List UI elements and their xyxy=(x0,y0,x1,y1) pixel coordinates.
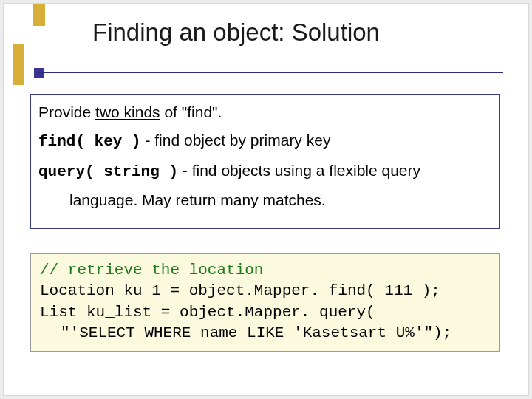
intro-text-c: of "find". xyxy=(160,103,222,120)
intro-underline: two kinds xyxy=(95,103,160,120)
code-line-2: Location ku 1 = object.Mapper. find( 111… xyxy=(40,282,440,299)
code-l3c: query( xyxy=(310,304,375,321)
query-line-2: language. May return many matches. xyxy=(38,190,492,211)
code-l2c: Mapper. xyxy=(254,282,319,299)
code-l3a: List ku_list = object. xyxy=(40,304,245,321)
code-l2b: 1 = object. xyxy=(143,282,254,299)
find-description: - find object by primary key xyxy=(141,132,331,149)
description-box: Provide two kinds of "find". find( key )… xyxy=(30,94,500,229)
query-signature: query( string ) xyxy=(38,163,178,180)
decoration-bar-top xyxy=(33,4,45,26)
code-l2a: Location ku xyxy=(40,282,143,299)
intro-line: Provide two kinds of "find". xyxy=(38,102,492,123)
code-block: // retrieve the location Location ku 1 =… xyxy=(30,253,500,352)
code-l3b: Mapper. xyxy=(245,304,310,321)
code-l2d: find( 111 ); xyxy=(319,282,440,299)
find-line: find( key ) - find object by primary key xyxy=(38,130,492,152)
query-line-1: query( string ) - find objects using a f… xyxy=(38,160,492,183)
slide: Finding an object: Solution Provide two … xyxy=(3,3,529,396)
title-underline xyxy=(38,72,503,73)
title-area: Finding an object: Solution xyxy=(63,18,506,47)
query-description-a: - find objects using a flexible query xyxy=(178,162,420,179)
code-line-3: List ku_list = object.Mapper. query( xyxy=(40,304,375,321)
code-comment: // retrieve the location xyxy=(40,262,263,279)
intro-text-a: Provide xyxy=(38,103,95,120)
decoration-bar-left xyxy=(13,44,24,85)
slide-title: Finding an object: Solution xyxy=(92,18,506,47)
find-signature: find( key ) xyxy=(38,133,141,150)
code-line-4: "'SELECT WHERE name LIKE 'Kasetsart U%'"… xyxy=(40,323,451,344)
